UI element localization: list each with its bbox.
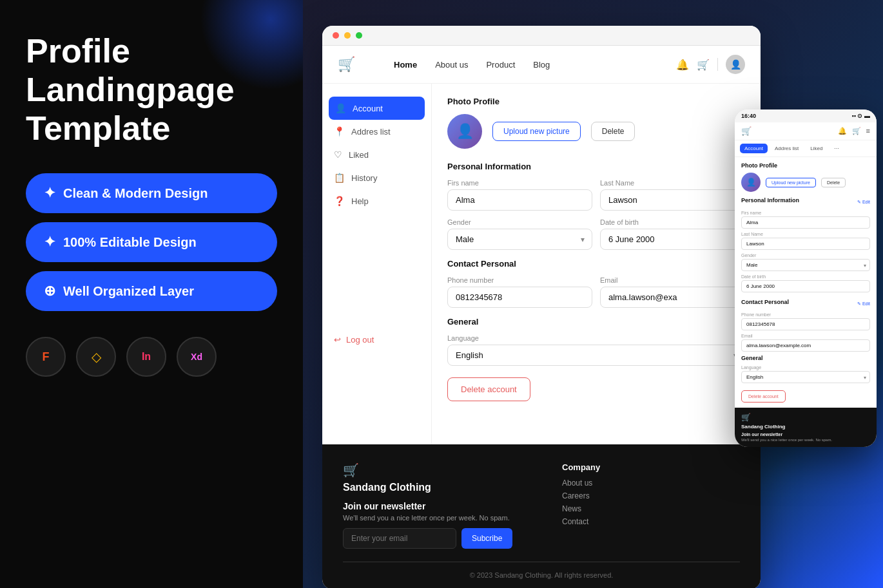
feature-buttons: ✦ Clean & Modern Design ✦ 100% Editable … [26,173,277,311]
phone-status-bar: 16:40 ▪▪ ⊙ ▬ [735,109,877,122]
phone-language-label: Language [741,365,870,370]
dob-input[interactable] [600,229,745,250]
dot-red[interactable] [333,32,339,39]
photo-section-title: Photo Profile [447,97,745,106]
feature-btn-2[interactable]: ✦ 100% Editable Design [26,222,277,262]
site-footer: 🛒 Sandang Clothing Join our newsletter W… [322,444,761,588]
figma-icon[interactable]: F [26,337,66,377]
phone-edit-contact[interactable]: ✎ Edit [857,301,870,307]
phone-menu-icon[interactable]: ≡ [866,127,870,135]
phone-lastname-label: Last Name [741,232,870,236]
email-input[interactable] [600,287,745,308]
site-nav: 🛒 Home About us Product Blog 🔔 🛒 👤 [322,46,761,84]
last-name-input[interactable] [600,189,745,211]
editable-design-icon: ✦ [44,234,55,251]
language-label: Language [447,334,745,342]
phone-email-row: Phone number Email [447,276,745,308]
email-label: Email [600,276,745,284]
phone-gender-label: Gender [741,253,870,258]
phone-input[interactable] [447,287,592,308]
phone-delete-account-button[interactable]: Delete account [741,390,786,403]
phone-lastname-input[interactable] [741,238,870,250]
footer-subscribe-button[interactable]: Subcribe [461,528,512,549]
sidebar-item-help[interactable]: ❓ Help [322,189,431,213]
personal-section-title: Personal Information [447,162,745,171]
phone-delete-photo-button[interactable]: Delete [821,178,846,187]
sidebar-item-address-label: Addres list [351,127,391,137]
upload-picture-button[interactable]: Uploud new picture [492,122,581,141]
phone-nav: 🛒 🔔 🛒 ≡ [735,122,877,140]
footer-email-input[interactable] [343,528,456,549]
phone-phone-input[interactable] [741,318,870,330]
sidebar-item-address[interactable]: 📍 Addres list [322,120,431,143]
nav-link-product[interactable]: Product [486,60,515,70]
phone-upload-button[interactable]: Uploud new picture [766,178,816,187]
nav-link-about[interactable]: About us [435,60,468,70]
delete-account-button[interactable]: Delete account [447,377,530,401]
phone-dob-input[interactable] [741,280,870,292]
invision-icon[interactable]: In [126,337,166,377]
nav-link-home[interactable]: Home [394,60,417,70]
sidebar-item-history-label: History [351,173,377,183]
gender-select[interactable]: Male Female [447,229,592,250]
first-name-group: Firs name [447,179,592,211]
nav-link-blog[interactable]: Blog [533,60,550,70]
footer-logo: 🛒 [343,462,510,478]
contact-section: Contact Personal Phone number Email [447,259,745,308]
user-avatar[interactable]: 👤 [726,55,745,74]
footer-link-about[interactable]: About us [562,479,600,488]
phone-tab-more[interactable]: ⋯ [830,144,844,153]
sidebar-item-history[interactable]: 📋 History [322,166,431,189]
footer-copyright: © 2023 Sandang Clothing. All rights rese… [343,562,740,579]
dot-green[interactable] [356,32,362,39]
phone-language-select[interactable]: English [741,371,870,383]
sketch-icon[interactable]: ◇ [76,337,116,377]
browser-mockup-main: 🛒 Home About us Product Blog 🔔 🛒 👤 👤 Acc… [322,26,761,588]
gender-label: Gender [447,218,592,226]
language-group: Language English Indonesian ▾ [447,334,745,366]
language-select-wrapper: English Indonesian ▾ [447,345,745,366]
phone-tab-account[interactable]: Account [740,144,768,153]
phone-email-input[interactable] [741,339,870,352]
phone-footer-newsletter-sub: We'll send you a nice letter once per we… [741,438,870,442]
phone-cart-icon[interactable]: 🛒 [852,127,861,135]
sidebar-item-liked-label: Liked [349,150,369,160]
feature-btn-3[interactable]: ⊕ Well Organized Layer [26,271,277,311]
profile-form: Photo Profile 👤 Uploud new picture Delet… [432,84,761,444]
dot-yellow[interactable] [344,32,351,39]
cart-icon[interactable]: 🛒 [697,59,710,71]
phone-nav-icons: 🔔 🛒 ≡ [838,127,870,135]
gender-dob-row: Gender Male Female ▾ Date of birth [447,218,745,250]
sidebar-item-liked[interactable]: ♡ Liked [322,143,431,166]
logout-button[interactable]: ↩ Log out [322,328,431,351]
phone-label: Phone number [447,276,592,284]
gender-select-wrapper: Male Female ▾ [447,229,592,250]
notification-icon[interactable]: 🔔 [676,59,689,71]
sidebar-item-help-label: Help [351,196,369,206]
sidebar-item-account[interactable]: 👤 Account [329,97,425,120]
delete-photo-button[interactable]: Delete [591,122,636,141]
phone-firstname-input[interactable] [741,216,870,229]
nav-logo: 🛒 [338,56,355,73]
phone-tab-address[interactable]: Addres list [770,144,803,153]
language-select[interactable]: English Indonesian [447,345,745,366]
footer-link-news[interactable]: News [562,504,600,513]
account-icon: 👤 [335,103,346,113]
footer-newsletter-form: Subcribe [343,528,510,549]
last-name-group: Last Name [600,179,745,211]
footer-link-contact[interactable]: Contact [562,517,600,526]
phone-personal-header: Personal Information ✎ Edit [741,197,870,207]
footer-link-careers[interactable]: Careers [562,491,600,500]
xd-icon[interactable]: Xd [177,337,217,377]
first-name-label: Firs name [447,179,592,187]
phone-bell-icon[interactable]: 🔔 [838,127,847,135]
phone-tab-liked[interactable]: Liked [806,144,827,153]
hero-title: ProfileLandingpageTemplate [26,32,277,147]
feature-btn-2-label: 100% Editable Design [63,235,197,250]
phone-gender-select[interactable]: Male [741,259,870,271]
phone-avatar: 👤 [741,173,761,192]
first-name-input[interactable] [447,189,592,211]
feature-btn-1[interactable]: ✦ Clean & Modern Design [26,173,277,213]
phone-edit-personal[interactable]: ✎ Edit [857,200,870,205]
sidebar: 👤 Account 📍 Addres list ♡ Liked 📋 Histor… [322,84,432,444]
